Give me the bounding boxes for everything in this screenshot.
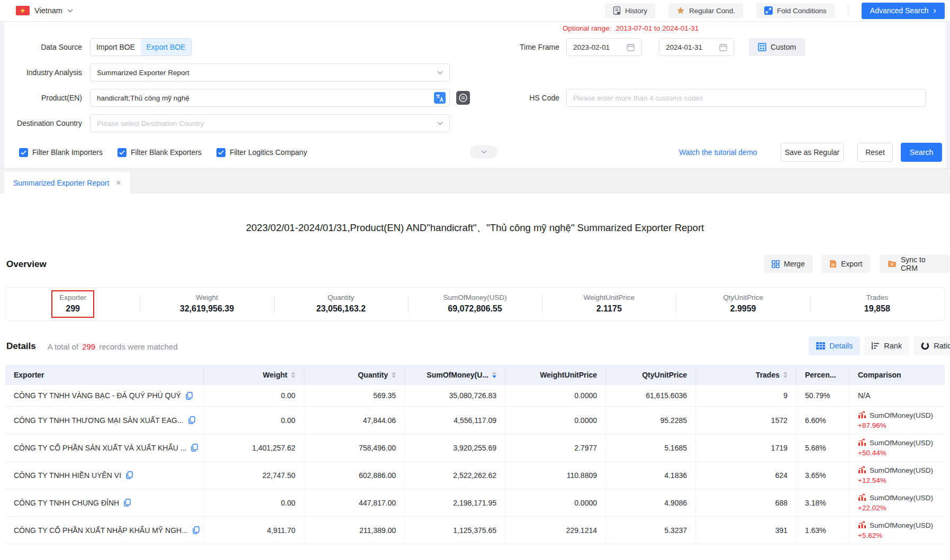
qty_unit_price-cell: 61,615.6036 xyxy=(606,385,696,406)
table-row: CÔNG TY CỔ PHẦN SẢN XUẤT VÀ XUẤT KHẨU ..… xyxy=(5,434,945,462)
exporter-name[interactable]: CÔNG TY CỔ PHẦN XUẤT NHẬP KHẨU MỸ NGH... xyxy=(14,526,188,535)
history-button[interactable]: History xyxy=(605,3,655,19)
view-button-rank[interactable]: Rank xyxy=(864,336,909,355)
advanced-search-button[interactable]: Advanced Search › xyxy=(862,3,945,19)
stat-value: 19,858 xyxy=(864,304,890,314)
exporter-name[interactable]: CÔNG TY TNHH VÀNG BẠC - ĐÁ QUÝ PHÚ QUÝ xyxy=(14,391,181,400)
exporter-cell[interactable]: CÔNG TY CỔ PHẦN XUẤT NHẬP KHẨU MỸ NGH... xyxy=(5,517,204,544)
export-boe-option[interactable]: Export BOE xyxy=(141,39,191,56)
comparison-metric-line: SumOfMoney(USD) xyxy=(858,466,933,475)
product-en-input[interactable]: handicraft;Thủ công mỹ nghệ xyxy=(90,89,450,107)
stat-label: Quantity xyxy=(328,293,354,301)
translate-icon[interactable] xyxy=(434,92,446,104)
hs-code-input[interactable]: Please enter more than 4 customs codes xyxy=(566,89,926,107)
column-header-sum_of_money[interactable]: SumOfMoney(U... xyxy=(405,365,505,385)
copy-icon[interactable] xyxy=(188,416,195,424)
overview-heading: Overview xyxy=(6,259,47,270)
filter-checkbox[interactable]: Filter Blank Importers xyxy=(19,148,103,157)
reset-button[interactable]: Reset xyxy=(857,143,893,162)
comparison-change: +12.54% xyxy=(858,476,886,484)
trades-cell: 9 xyxy=(696,385,797,406)
comparison-change: +22.02% xyxy=(858,504,886,512)
column-label: WeightUnitPrice xyxy=(540,371,597,379)
country-selector[interactable]: ★ Vietnam xyxy=(16,6,73,15)
fold-conditions-button[interactable]: Fold Conditions xyxy=(756,3,835,19)
exporter-name[interactable]: CÔNG TY CỔ PHẦN SẢN XUẤT VÀ XUẤT KHẨU ..… xyxy=(14,444,186,452)
copy-icon[interactable] xyxy=(124,499,131,507)
industry-analysis-select[interactable]: Summarized Exporter Report xyxy=(90,63,450,81)
exporter-cell[interactable]: CÔNG TY CỔ PHẦN SẢN XUẤT VÀ XUẤT KHẨU ..… xyxy=(5,434,204,461)
comparison-change: +87.96% xyxy=(858,421,886,429)
column-label: Trades xyxy=(756,371,780,379)
summary-count: 299 xyxy=(82,342,95,351)
records-summary: A total of 299 records were matched xyxy=(48,342,178,351)
exporter-cell[interactable]: CÔNG TY TNHH VÀNG BẠC - ĐÁ QUÝ PHÚ QUÝ xyxy=(5,385,204,406)
exporter-cell[interactable]: CÔNG TY TNHH THƯƠNG MẠI SẢN XUẤT EAG... xyxy=(5,407,204,434)
regular-cond-label: Regular Cond. xyxy=(689,7,735,15)
date-end-input[interactable]: 2024-01-31 xyxy=(659,38,734,56)
hs-code-label: HS Code xyxy=(464,89,559,107)
tutorial-link[interactable]: Watch the tutorial demo xyxy=(679,143,757,162)
copy-icon[interactable] xyxy=(193,526,200,534)
weight-cell: 0.00 xyxy=(204,407,304,434)
column-header-trades[interactable]: Trades xyxy=(696,365,797,385)
weight_unit_price-cell: 110.8809 xyxy=(505,462,606,489)
weight-cell: 0.00 xyxy=(204,489,304,516)
sum_of_money-cell: 2,198,171.95 xyxy=(405,489,505,516)
date-start-input[interactable]: 2023-02-01 xyxy=(566,38,641,56)
exporter-cell[interactable]: CÔNG TY TNHH HIỀN UYÊN VI xyxy=(5,462,204,489)
comparison-cell: SumOfMoney(USD)+5.62% xyxy=(849,517,945,544)
folder-sync-icon xyxy=(888,260,897,268)
copy-icon[interactable] xyxy=(191,444,198,452)
checkbox-checked-icon[interactable] xyxy=(19,148,28,157)
comparison-metric: SumOfMoney(USD) xyxy=(870,439,933,447)
exporter-cell[interactable]: CÔNG TY TNHH CHUNG ĐỈNH xyxy=(5,489,204,516)
import-boe-option[interactable]: Import BOE xyxy=(91,39,141,56)
export-button[interactable]: Export xyxy=(821,255,870,273)
stat-value: 299 xyxy=(66,304,80,314)
exporter-name[interactable]: CÔNG TY TNHH CHUNG ĐỈNH xyxy=(14,499,119,507)
stat-inner: Weight32,619,956.39 xyxy=(172,290,242,318)
close-icon[interactable]: × xyxy=(116,179,121,187)
filter-checkbox[interactable]: Filter Logitics Company xyxy=(216,148,307,157)
expand-conditions-button[interactable] xyxy=(470,145,497,159)
stat-inner: SumOfMoney(USD)69,072,806.55 xyxy=(435,290,514,318)
trades-cell: 1719 xyxy=(696,434,797,461)
view-button-ratio[interactable]: Ratio xyxy=(913,336,950,355)
search-button[interactable]: Search xyxy=(901,143,942,162)
exporter-name[interactable]: CÔNG TY TNHH THƯƠNG MẠI SẢN XUẤT EAG... xyxy=(14,416,184,425)
merge-button[interactable]: Merge xyxy=(764,255,813,273)
copy-icon[interactable] xyxy=(126,471,133,479)
tab-summarized-exporter-report[interactable]: Summarized Exporter Report × xyxy=(4,172,130,194)
rank-view-icon xyxy=(872,342,880,350)
column-header-percent: Percen... xyxy=(797,365,849,385)
stat-inner: Trades19,858 xyxy=(856,290,898,318)
regular-cond-button[interactable]: Regular Cond. xyxy=(668,3,743,19)
checkbox-checked-icon[interactable] xyxy=(117,148,126,157)
save-as-regular-button[interactable]: Save as Regular xyxy=(781,143,844,162)
stat-item: SumOfMoney(USD)69,072,806.55 xyxy=(408,288,542,320)
column-header-quantity[interactable]: Quantity xyxy=(304,365,405,385)
filter-checkbox[interactable]: Filter Blank Exporters xyxy=(117,148,202,157)
exporter-name[interactable]: CÔNG TY TNHH HIỀN UYÊN VI xyxy=(14,471,121,480)
comparison-metric: SumOfMoney(USD) xyxy=(870,521,933,529)
stat-value: 69,072,806.55 xyxy=(448,304,502,314)
custom-range-button[interactable]: Custom xyxy=(749,38,805,56)
sum_of_money-cell: 3,920,255.69 xyxy=(405,434,505,461)
trades-cell: 688 xyxy=(696,489,797,516)
copy-icon[interactable] xyxy=(186,392,193,400)
stat-label: WeightUnitPrice xyxy=(583,293,635,301)
column-label: QtyUnitPrice xyxy=(642,371,687,379)
table-row: CÔNG TY TNHH THƯƠNG MẠI SẢN XUẤT EAG...0… xyxy=(5,407,945,434)
red-bar-chart-icon xyxy=(858,438,866,447)
details-heading: Details xyxy=(6,341,36,352)
column-header-weight[interactable]: Weight xyxy=(204,365,304,385)
weight-cell: 22,747.50 xyxy=(204,462,304,489)
view-button-details[interactable]: Details xyxy=(809,336,860,355)
column-label: SumOfMoney(U... xyxy=(427,371,488,379)
sum_of_money-cell: 1,125,375.65 xyxy=(405,517,505,544)
destination-country-select[interactable]: Please select Destination Country xyxy=(90,114,450,132)
view-label: Ratio xyxy=(934,342,950,350)
checkbox-checked-icon[interactable] xyxy=(216,148,225,157)
sync-to-crm-button[interactable]: Sync to CRM xyxy=(880,255,950,273)
